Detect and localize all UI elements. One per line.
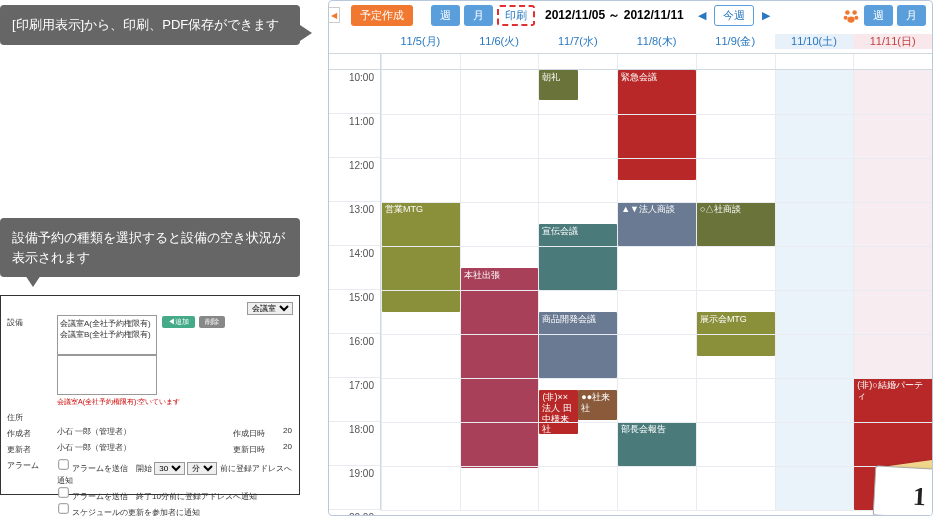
time-gutter: 10:0011:0012:0013:0014:0015:0016:0017:00… <box>329 70 381 510</box>
svg-point-4 <box>847 16 854 22</box>
next-week-button[interactable]: ▶ <box>758 9 774 22</box>
date-range-text: 2012/11/05 ～ 2012/11/11 <box>545 7 684 24</box>
calendar-event[interactable]: 商品開発会議 <box>539 312 617 378</box>
svg-point-2 <box>844 15 848 19</box>
alarm1-unit-select[interactable]: 分 <box>187 462 217 475</box>
calendar-event[interactable]: 宣伝会議 <box>539 224 617 290</box>
allday-row <box>329 54 932 70</box>
day-header[interactable]: 11/6(火) <box>460 34 539 49</box>
this-week-button[interactable]: 今週 <box>714 5 754 26</box>
updater-value: 小石 一郎（管理者） <box>57 442 233 453</box>
time-label: 16:00 <box>329 334 380 378</box>
callout-print-tip: [印刷用表示]から、印刷、PDF保存ができます <box>0 5 300 45</box>
calendar-event[interactable]: 営業MTG <box>382 202 460 312</box>
toolbar: 予定作成 週 月 印刷 2012/11/05 ～ 2012/11/11 ◀ 今週… <box>329 1 932 30</box>
svg-point-0 <box>845 10 850 15</box>
address-label: 住所 <box>7 410 57 423</box>
calendar-event[interactable]: 朝礼 <box>539 70 578 100</box>
alarm3-checkbox[interactable] <box>58 503 68 513</box>
creator-value: 小石 一郎（管理者） <box>57 426 233 437</box>
calendar-event[interactable]: ●●社来社 <box>578 390 617 420</box>
time-label: 18:00 <box>329 422 380 466</box>
equipment-available-list[interactable] <box>57 355 157 395</box>
print-button[interactable]: 印刷 <box>497 5 535 26</box>
time-label: 17:00 <box>329 378 380 422</box>
view-month-button[interactable]: 月 <box>464 5 493 26</box>
calendar-event[interactable]: 部長会報告 <box>618 422 696 466</box>
prev-week-button[interactable]: ◀ <box>694 9 710 22</box>
view-month-button-2[interactable]: 月 <box>897 5 926 26</box>
calendar-day-icon: 1 MON <box>874 457 933 516</box>
day-header[interactable]: 11/8(木) <box>617 34 696 49</box>
day-header[interactable]: 11/5(月) <box>381 34 460 49</box>
day-header[interactable]: 11/11(日) <box>853 34 932 49</box>
time-label: 14:00 <box>329 246 380 290</box>
equipment-label: 設備 <box>7 315 57 328</box>
alarm1-min-select[interactable]: 30 <box>154 462 185 475</box>
time-label: 20:00 <box>329 510 380 516</box>
svg-point-1 <box>852 10 857 15</box>
time-label: 10:00 <box>329 70 380 114</box>
remove-equipment-button[interactable]: 削除 <box>199 316 225 328</box>
calendar-event[interactable]: ▲▼法人商談 <box>618 202 696 246</box>
equipment-selected-list[interactable]: 会議室A(全社予約権限有) 会議室B(全社予約権限有) <box>57 315 157 355</box>
alarm2-checkbox[interactable] <box>58 487 68 497</box>
time-grid[interactable]: 10:0011:0012:0013:0014:0015:0016:0017:00… <box>329 70 932 510</box>
time-label: 13:00 <box>329 202 380 246</box>
svg-point-3 <box>854 15 858 19</box>
alarm-label: アラーム <box>7 458 57 471</box>
paw-icon[interactable] <box>842 7 860 25</box>
alarm1-checkbox[interactable] <box>58 459 68 469</box>
time-label: 15:00 <box>329 290 380 334</box>
equipment-status-text: 会議室A(全社予約権限有):空いています <box>57 397 293 407</box>
updater-label: 更新者 <box>7 442 57 455</box>
calendar-event[interactable]: (非)××法人 田中様来社 <box>539 390 578 434</box>
day-header[interactable]: 11/9(金) <box>696 34 775 49</box>
view-week-button[interactable]: 週 <box>431 5 460 26</box>
view-week-button-2[interactable]: 週 <box>864 5 893 26</box>
settings-panel: 会議室 設備 会議室A(全社予約権限有) 会議室B(全社予約権限有) ◀追加 削… <box>0 295 300 495</box>
created-label: 作成日時 <box>233 426 283 439</box>
add-equipment-button[interactable]: ◀追加 <box>162 316 195 328</box>
day-header[interactable]: 11/10(土) <box>775 34 854 49</box>
calendar-event[interactable]: ○△社商談 <box>697 202 775 246</box>
day-header-row: 11/5(月)11/6(火)11/7(水)11/8(木)11/9(金)11/10… <box>329 30 932 54</box>
day-header[interactable]: 11/7(水) <box>538 34 617 49</box>
time-label: 11:00 <box>329 114 380 158</box>
creator-label: 作成者 <box>7 426 57 439</box>
equipment-type-select[interactable]: 会議室 <box>247 302 293 315</box>
updated-label: 更新日時 <box>233 442 283 455</box>
time-label: 19:00 <box>329 466 380 510</box>
calendar-event[interactable]: 本社出張 <box>461 268 539 468</box>
create-event-button[interactable]: 予定作成 <box>351 5 413 26</box>
calendar-panel: ◀ 予定作成 週 月 印刷 2012/11/05 ～ 2012/11/11 ◀ … <box>328 0 933 516</box>
time-label: 12:00 <box>329 158 380 202</box>
callout-equipment-tip: 設備予約の種類を選択すると設備の空き状況が表示されます <box>0 218 300 277</box>
calendar-event[interactable]: 緊急会議 <box>618 70 696 180</box>
collapse-sidebar-button[interactable]: ◀ <box>328 7 340 23</box>
